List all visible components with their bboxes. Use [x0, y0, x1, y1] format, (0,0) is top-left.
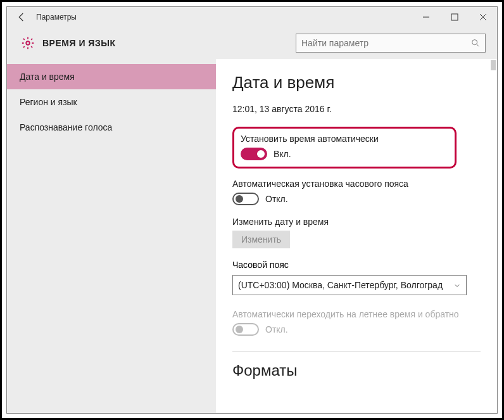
titlebar: Параметры [7, 7, 497, 27]
back-button[interactable] [13, 9, 30, 25]
settings-window: Параметры ВРЕМЯ И ЯЗЫК [6, 6, 498, 414]
highlight-auto-time: Установить время автоматически Вкл. [232, 127, 457, 169]
page-title: ВРЕМЯ И ЯЗЫК [42, 38, 115, 48]
divider [232, 351, 481, 352]
arrow-left-icon [16, 11, 27, 23]
chevron-down-icon [453, 282, 461, 290]
section-title: Дата и время [232, 73, 481, 92]
timezone-value: (UTC+03:00) Москва, Санкт-Петербург, Вол… [238, 280, 443, 290]
svg-rect-1 [451, 14, 458, 20]
page-header: ВРЕМЯ И ЯЗЫК [7, 27, 497, 59]
auto-timezone-toggle[interactable] [232, 193, 259, 205]
minimize-icon [422, 13, 430, 21]
change-datetime-button: Изменить [232, 231, 290, 248]
auto-timezone-block: Автоматическая установка часового пояса … [232, 179, 481, 205]
change-datetime-label: Изменить дату и время [232, 217, 481, 227]
gear-icon [21, 36, 35, 50]
sidebar: Дата и время Регион и язык Распознавание… [7, 59, 216, 413]
auto-time-toggle[interactable] [241, 148, 267, 160]
auto-time-state: Вкл. [274, 149, 291, 159]
content-pane: Дата и время 12:01, 13 августа 2016 г. У… [216, 59, 497, 413]
window-title: Параметры [36, 13, 77, 22]
minimize-button[interactable] [412, 7, 440, 27]
close-icon [479, 13, 487, 21]
close-button[interactable] [469, 7, 497, 27]
search-input[interactable] [296, 34, 486, 53]
sidebar-item-region-language[interactable]: Регион и язык [7, 89, 216, 115]
search-icon [470, 38, 481, 48]
scrollbar[interactable] [491, 60, 496, 70]
change-datetime-block: Изменить дату и время Изменить [232, 217, 481, 248]
dst-label: Автоматически переходить на летнее время… [232, 309, 481, 319]
auto-timezone-label: Автоматическая установка часового пояса [232, 179, 481, 189]
timezone-select[interactable]: (UTC+03:00) Москва, Санкт-Петербург, Вол… [232, 275, 467, 295]
dst-state: Откл. [265, 324, 288, 334]
svg-line-6 [477, 44, 479, 46]
auto-timezone-state: Откл. [265, 194, 288, 204]
current-datetime: 12:01, 13 августа 2016 г. [232, 104, 481, 114]
auto-time-label: Установить время автоматически [241, 134, 379, 144]
sidebar-item-date-time[interactable]: Дата и время [7, 64, 216, 89]
svg-point-5 [472, 40, 477, 45]
dst-block: Автоматически переходить на летнее время… [232, 309, 481, 336]
maximize-button[interactable] [440, 7, 469, 27]
formats-title: Форматы [232, 362, 481, 379]
svg-point-4 [26, 41, 30, 45]
sidebar-item-speech[interactable]: Распознавание голоса [7, 115, 216, 140]
timezone-label: Часовой пояс [232, 260, 481, 270]
maximize-icon [451, 13, 458, 21]
dst-toggle [232, 323, 259, 336]
